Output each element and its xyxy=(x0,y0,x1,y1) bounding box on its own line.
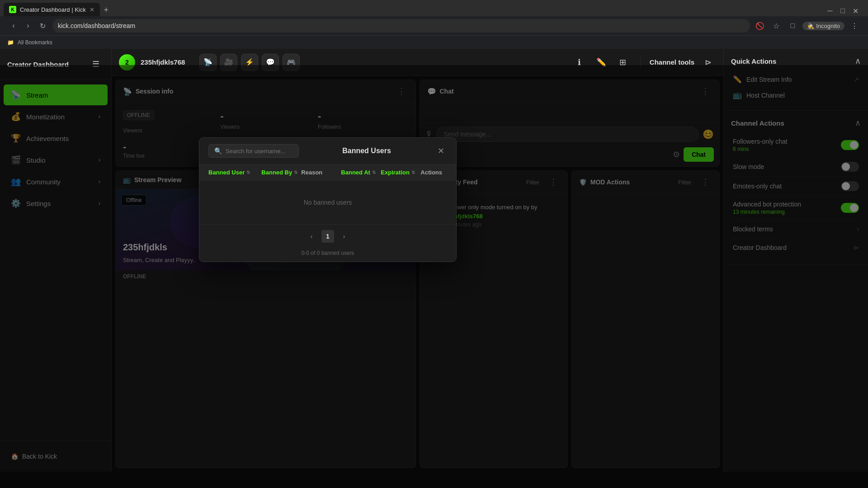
banned-user-sort-icon: ⇅ xyxy=(246,170,250,175)
banned-at-col-header[interactable]: Banned At ⇅ xyxy=(341,169,381,176)
modal-overlay[interactable]: 🔍 Banned Users ✕ Banned User ⇅ Banned By… xyxy=(0,65,868,488)
more-menu-button[interactable]: ⋮ xyxy=(848,19,861,32)
actions-col-header: Actions xyxy=(420,169,447,176)
banned-by-col-label: Banned By xyxy=(261,169,292,176)
banned-by-col-header[interactable]: Banned By ⇅ xyxy=(261,169,301,176)
modal-title-area: Banned Users xyxy=(299,147,434,155)
back-button[interactable]: ‹ xyxy=(7,19,20,32)
reload-button[interactable]: ↻ xyxy=(36,19,49,32)
close-button[interactable]: ✕ xyxy=(850,5,861,16)
tab-bar: K Creator Dashboard | Kick ✕ + ─ □ ✕ xyxy=(0,0,868,16)
incognito-label: Incognito xyxy=(816,23,840,29)
browser-tab[interactable]: K Creator Dashboard | Kick ✕ xyxy=(4,3,100,16)
modal-top-row: 🔍 Banned Users ✕ xyxy=(199,138,456,164)
banned-users-empty-state: No banned users xyxy=(199,181,456,224)
incognito-badge: 🕵 Incognito xyxy=(802,22,844,30)
banned-users-empty-message: No banned users xyxy=(304,199,352,206)
banned-users-search-wrapper: 🔍 xyxy=(208,144,299,158)
nav-buttons: ‹ › ↻ xyxy=(7,19,49,32)
banned-users-table-header: Banned User ⇅ Banned By ⇅ Reason Banned … xyxy=(199,164,456,181)
banned-user-col-label: Banned User xyxy=(208,169,245,176)
forward-button[interactable]: › xyxy=(22,19,34,32)
bookmarks-icon: 📁 xyxy=(7,39,14,46)
current-page[interactable]: 1 xyxy=(321,230,334,243)
banned-users-search-input[interactable] xyxy=(226,148,293,155)
banned-users-title: Banned Users xyxy=(342,147,391,155)
quick-actions-header: Quick Actions ∧ xyxy=(731,56,861,66)
banned-user-col-header[interactable]: Banned User ⇅ xyxy=(208,169,261,176)
reason-col-header: Reason xyxy=(301,169,341,176)
quick-actions-title: Quick Actions xyxy=(731,57,776,65)
url-bar[interactable] xyxy=(52,19,750,33)
address-bar-row: ‹ › ↻ 🚫 ☆ □ 🕵 Incognito ⋮ xyxy=(0,16,868,35)
bookmarks-label: All Bookmarks xyxy=(18,39,52,46)
tab-close-btn[interactable]: ✕ xyxy=(90,6,94,13)
camera-off-icon: 🚫 xyxy=(754,19,766,32)
incognito-icon: 🕵 xyxy=(807,23,814,29)
pagination-row: ‹ 1 › xyxy=(199,224,456,248)
tab-favicon: K xyxy=(9,6,16,13)
modal-close-button[interactable]: ✕ xyxy=(434,145,447,157)
quick-actions-collapse-button[interactable]: ∧ xyxy=(855,56,861,66)
new-tab-button[interactable]: + xyxy=(100,4,113,16)
actions-col-label: Actions xyxy=(420,169,442,176)
banned-at-sort-icon: ⇅ xyxy=(372,170,376,175)
reason-col-label: Reason xyxy=(301,169,322,176)
browser-chrome: K Creator Dashboard | Kick ✕ + ─ □ ✕ ‹ ›… xyxy=(0,0,868,49)
prev-page-button[interactable]: ‹ xyxy=(305,230,318,243)
next-page-button[interactable]: › xyxy=(338,230,350,243)
expiration-sort-icon: ⇅ xyxy=(411,170,415,175)
bookmark-icon[interactable]: ☆ xyxy=(770,19,783,32)
expiration-col-label: Expiration xyxy=(381,169,410,176)
devices-icon[interactable]: □ xyxy=(786,19,799,32)
search-icon: 🔍 xyxy=(214,147,222,155)
banned-at-col-label: Banned At xyxy=(341,169,370,176)
restore-button[interactable]: □ xyxy=(837,5,848,16)
bookmarks-bar: 📁 All Bookmarks xyxy=(0,35,868,49)
banned-by-sort-icon: ⇅ xyxy=(294,170,297,175)
minimize-button[interactable]: ─ xyxy=(825,5,835,16)
tab-title: Creator Dashboard | Kick xyxy=(20,6,86,13)
pagination-info: 0-0 of 0 banned users xyxy=(199,248,456,262)
expiration-col-header[interactable]: Expiration ⇅ xyxy=(381,169,420,176)
browser-actions: 🚫 ☆ □ 🕵 Incognito ⋮ xyxy=(754,19,861,32)
banned-users-modal: 🔍 Banned Users ✕ Banned User ⇅ Banned By… xyxy=(199,137,457,262)
